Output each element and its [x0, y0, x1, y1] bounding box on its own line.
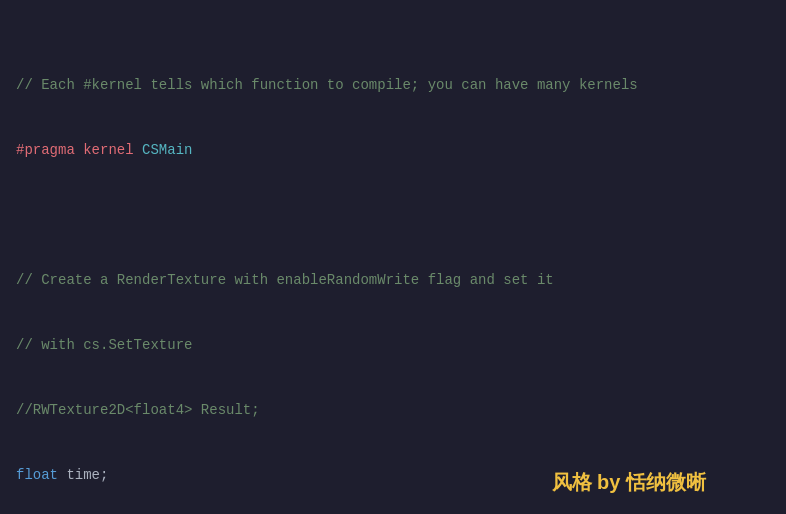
line-2: #pragma kernel CSMain — [16, 140, 770, 162]
pragma-directive: kernel — [83, 142, 133, 158]
line-5: // with cs.SetTexture — [16, 335, 770, 357]
line-6: //RWTexture2D<float4> Result; — [16, 400, 770, 422]
line-1: // Each #kernel tells which function to … — [16, 75, 770, 97]
pragma-keyword: #pragma — [16, 142, 75, 158]
comment: // Each #kernel tells which function to … — [16, 77, 638, 93]
line-4: // Create a RenderTexture with enableRan… — [16, 270, 770, 292]
comment: // with cs.SetTexture — [16, 337, 192, 353]
comment: // Create a RenderTexture with enableRan… — [16, 272, 554, 288]
line-3 — [16, 205, 770, 227]
keyword: float — [16, 467, 58, 483]
comment: //RWTexture2D<float4> Result; — [16, 402, 260, 418]
code-editor: // Each #kernel tells which function to … — [0, 0, 786, 514]
pragma-value: CSMain — [142, 142, 192, 158]
code-content: // Each #kernel tells which function to … — [16, 10, 770, 514]
watermark: 风格 by 恬纳微晰 — [552, 469, 706, 496]
